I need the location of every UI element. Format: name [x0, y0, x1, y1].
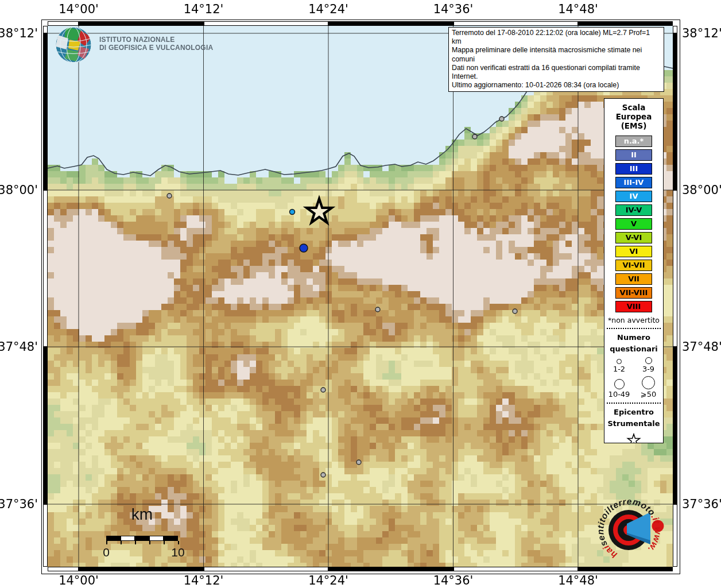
- legend-title-line: (EMS): [604, 121, 663, 130]
- legend-title-line: Scala: [604, 103, 663, 112]
- ems-scale-item: VII-VIII: [615, 287, 652, 299]
- ems-scale-item: VI: [615, 246, 652, 257]
- scalebar-tick: [149, 541, 150, 544]
- event-info-line: Ultimo aggiornamento: 10-01-2026 08:34 (…: [452, 81, 661, 90]
- axis-label-latitude: 38°12': [682, 26, 721, 40]
- questionnaire-circle-icon: [645, 357, 652, 364]
- ems-scale-item: IV: [615, 191, 652, 202]
- axis-label-latitude: 37°36': [0, 497, 38, 511]
- legend-separator-1: [607, 328, 661, 329]
- ems-scale-item: III-IV: [615, 177, 652, 188]
- epicenter-heading: EpicentroStrumentale: [604, 407, 663, 430]
- frame-segment: [673, 26, 677, 33]
- questionnaire-heading-line: questionari: [604, 343, 663, 355]
- frame-segment: [43, 33, 48, 190]
- ems-scale-item: II: [615, 149, 652, 161]
- ingv-text-line1: ISTITUTO NAZIONALE: [99, 36, 213, 44]
- axis-right: 38°12'38°00'37°48'37°36': [682, 0, 721, 588]
- epicenter-star-icon: [626, 433, 641, 443]
- axis-label-longitude: 14°00': [59, 2, 99, 16]
- event-info-box: Terremoto del 17-08-2010 22:12:02 (ora l…: [448, 27, 664, 92]
- scale-bar: km 0 10: [86, 505, 201, 568]
- legend-title-line: Europea: [604, 112, 663, 121]
- legend-panel: ScalaEuropea(EMS) n.a.*IIIIIIII-IVIVIV-V…: [604, 98, 664, 443]
- frame-segment: [43, 26, 48, 33]
- frame-segment: [43, 347, 48, 504]
- questionnaire-grid: 1-23-910-49⩾50: [604, 357, 663, 399]
- haisentitoilterremoto-watermark: haisentitoilterremoto.it www.: [591, 491, 683, 577]
- ems-scale-item: VI-VII: [615, 260, 652, 271]
- scalebar-segment: [149, 536, 164, 541]
- axis-label-longitude: 14°36': [433, 2, 474, 16]
- scale-bar-start-label: 0: [103, 546, 110, 559]
- frame-segment: [43, 504, 48, 567]
- frame-segment: [43, 190, 48, 347]
- axis-label-latitude: 37°48': [682, 340, 721, 354]
- axis-label-latitude: 38°12': [0, 26, 38, 40]
- axis-label-longitude: 14°36': [433, 574, 474, 587]
- event-info-line: Dati non verificati estratti da 16 quest…: [452, 64, 661, 81]
- questionnaire-circle-icon: [614, 379, 625, 389]
- ingv-logo-text: ISTITUTO NAZIONALE DI GEOFISICA E VULCAN…: [99, 36, 213, 52]
- frame-segment: [328, 21, 453, 26]
- frame-segment: [673, 347, 677, 504]
- frame-segment: [79, 21, 204, 26]
- axis-label-longitude: 14°48': [558, 2, 598, 16]
- ems-scale-item: VIII: [615, 301, 652, 312]
- axis-top: 14°00'14°12'14°24'14°36'14°48': [0, 2, 721, 17]
- ems-scale-item: n.a.*: [615, 136, 652, 147]
- ingv-globe-icon: [55, 26, 92, 64]
- frame-segment: [673, 33, 677, 190]
- scalebar-segment: [121, 536, 135, 541]
- legend-separator-2: [607, 403, 661, 404]
- frame-segment: [48, 21, 79, 26]
- questionnaire-class: ⩾50: [634, 376, 663, 399]
- ingv-text-line2: DI GEOFISICA E VULCANOLOGIA: [99, 44, 213, 52]
- scale-bar-end-label: 10: [171, 546, 184, 559]
- axis-label-longitude: 14°00': [59, 574, 99, 587]
- frame-segment: [453, 21, 579, 26]
- scalebar-segment: [164, 536, 178, 541]
- questionnaire-circle-icon: [617, 359, 622, 364]
- event-info-line: Mappa preliminare delle intensità macros…: [452, 46, 661, 63]
- scalebar-tick: [164, 541, 165, 544]
- questionnaire-circle-icon: [642, 376, 655, 389]
- axis-label-latitude: 37°36': [682, 497, 721, 511]
- ems-scale-item: III: [615, 163, 652, 175]
- scalebar-segment: [106, 536, 121, 541]
- ems-scale-item: V-VI: [615, 232, 652, 243]
- frame-segment: [48, 567, 79, 571]
- axis-label-longitude: 14°24': [308, 2, 348, 16]
- scalebar-tick: [121, 541, 122, 544]
- questionnaire-heading: Numeroquestionari: [604, 332, 663, 355]
- axis-label-latitude: 38°00': [0, 183, 38, 197]
- ems-scale-item: VII: [615, 273, 652, 285]
- scalebar-tick: [135, 541, 136, 544]
- frame-band-right: [673, 26, 677, 567]
- legend-footnote: *non avvertito: [604, 316, 663, 324]
- axis-label-longitude: 14°24': [308, 574, 348, 587]
- axis-label-latitude: 38°00': [682, 183, 721, 197]
- frame-band-top: [48, 21, 673, 26]
- event-info-lines: Terremoto del 17-08-2010 22:12:02 (ora l…: [452, 29, 661, 90]
- questionnaire-class: 3-9: [634, 357, 663, 374]
- axis-label-latitude: 37°48': [0, 340, 38, 354]
- frame-segment: [578, 21, 673, 26]
- questionnaire-class: 1-2: [604, 357, 634, 374]
- frame-segment: [204, 567, 329, 571]
- frame-band-left: [43, 26, 48, 567]
- ingv-logo: ISTITUTO NAZIONALE DI GEOFISICA E VULCAN…: [55, 26, 261, 66]
- axis-label-longitude: 14°12': [184, 574, 224, 587]
- questionnaire-size-label: ⩾50: [641, 389, 656, 399]
- scalebar-segments: [106, 536, 178, 541]
- ems-scale-item: IV-V: [615, 204, 652, 216]
- ems-scale-item: V: [615, 218, 652, 230]
- macroseismic-intensity-map: 14°00'14°12'14°24'14°36'14°48' 14°00'14°…: [0, 0, 721, 588]
- frame-segment: [453, 567, 579, 571]
- scalebar-tick: [106, 541, 107, 544]
- questionnaire-size-label: 1-2: [613, 364, 625, 374]
- questionnaire-size-label: 10-49: [608, 389, 630, 399]
- frame-segment: [204, 21, 329, 26]
- questionnaire-size-label: 3-9: [642, 364, 654, 374]
- legend-title: ScalaEuropea(EMS): [604, 99, 663, 130]
